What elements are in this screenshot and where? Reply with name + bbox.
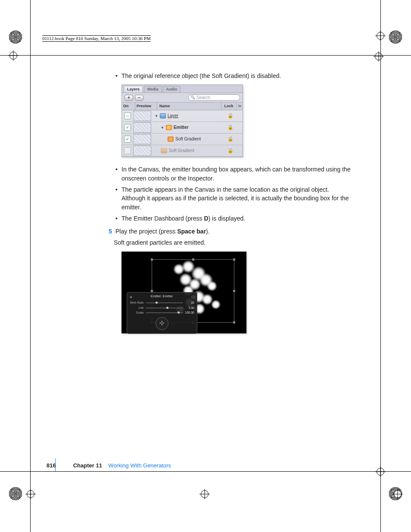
hud-slider[interactable] bbox=[146, 302, 183, 303]
disclosure-triangle-icon[interactable]: ▼ bbox=[161, 125, 164, 131]
col-name: Name bbox=[157, 103, 221, 110]
col-on: On bbox=[122, 103, 135, 110]
hud-value: 100.00 bbox=[185, 311, 194, 315]
crop-mark bbox=[9, 52, 17, 59]
tab-layers[interactable]: Layers bbox=[124, 86, 143, 93]
registration-mark bbox=[9, 30, 22, 44]
row-name: Layer bbox=[168, 113, 178, 119]
registration-mark bbox=[9, 487, 22, 501]
running-header-text: 01112.book Page 816 Sunday, March 13, 20… bbox=[42, 35, 151, 42]
emitter-dashboard[interactable]: ⊗ Emitter: Emitter ⓘ Birth Rate: 20 Life… bbox=[127, 292, 197, 334]
registration-mark bbox=[389, 30, 402, 44]
table-row[interactable]: Soft Gradient 🔒 bbox=[122, 134, 243, 145]
on-checkbox[interactable] bbox=[124, 112, 131, 119]
bullet-item: The particle appears in the Canvas in th… bbox=[121, 185, 353, 212]
running-header: 01112.book Page 816 Sunday, March 13, 20… bbox=[42, 35, 151, 42]
on-checkbox[interactable] bbox=[124, 124, 131, 131]
crop-mark bbox=[375, 53, 383, 60]
on-checkbox[interactable] bbox=[124, 136, 131, 143]
emitter-icon bbox=[166, 125, 172, 130]
hud-value: 20 bbox=[185, 301, 194, 305]
step-number: 5 bbox=[103, 227, 112, 236]
page-content: The original reference object (the Soft … bbox=[114, 72, 353, 333]
row-name: Soft Gradient bbox=[169, 148, 194, 154]
col-lock: Lock bbox=[221, 103, 236, 110]
step-text: Play the project (press Space bar). bbox=[115, 227, 210, 236]
preview-thumb bbox=[133, 146, 151, 156]
crop-line bbox=[0, 55, 411, 56]
tab-media[interactable]: Media bbox=[144, 86, 162, 93]
layer-icon bbox=[160, 113, 166, 118]
table-row[interactable]: ▼Emitter 🔒 bbox=[122, 122, 243, 134]
gradient-icon bbox=[168, 137, 174, 142]
preview-thumb bbox=[133, 134, 151, 144]
hud-row: Birth Rate: 20 bbox=[130, 301, 194, 305]
crop-mark bbox=[27, 490, 34, 498]
search-icon: 🔍 bbox=[190, 95, 195, 100]
hud-label: Life: bbox=[130, 306, 144, 310]
preview-thumb bbox=[133, 111, 151, 121]
hud-label: Birth Rate: bbox=[130, 301, 144, 305]
table-row[interactable]: ▼Layer 🔒 bbox=[122, 110, 243, 122]
bullet-item: The Emitter Dashboard (press D) is displ… bbox=[121, 214, 353, 223]
hud-row: Scale: 100.00 bbox=[130, 311, 194, 315]
column-headers: On Preview Name Lock ≫ bbox=[122, 103, 243, 110]
body-text: Soft gradient particles are emitted. bbox=[114, 238, 353, 247]
layers-panel: Layers Media Audio + – 🔍 Search On Previ… bbox=[121, 84, 243, 157]
add-button[interactable]: + bbox=[125, 95, 133, 101]
lock-icon[interactable]: 🔒 bbox=[224, 147, 237, 154]
crop-mark bbox=[394, 490, 402, 498]
emission-wheel[interactable] bbox=[156, 317, 168, 330]
bullet-item: In the Canvas, the emitter bounding box … bbox=[121, 165, 353, 183]
lock-icon[interactable]: 🔒 bbox=[224, 124, 237, 131]
info-icon[interactable]: ⓘ bbox=[191, 295, 194, 299]
table-row[interactable]: Soft Gradient 🔒 bbox=[122, 145, 243, 157]
hud-value: 5.00 bbox=[185, 306, 194, 310]
lock-icon[interactable]: 🔒 bbox=[224, 112, 237, 119]
hud-label: Scale: bbox=[130, 311, 144, 315]
remove-button[interactable]: – bbox=[135, 95, 143, 101]
search-placeholder: Search bbox=[196, 95, 210, 101]
canvas-screenshot: ⊗ Emitter: Emitter ⓘ Birth Rate: 20 Life… bbox=[121, 252, 246, 333]
crop-mark bbox=[201, 490, 209, 498]
crop-line bbox=[380, 0, 381, 532]
page-number: 816 bbox=[47, 462, 56, 469]
hud-slider[interactable] bbox=[146, 312, 183, 313]
hud-row: Life: 5.00 bbox=[130, 306, 194, 310]
row-name: Soft Gradient bbox=[175, 136, 201, 143]
hud-title: Emitter: Emitter bbox=[151, 294, 173, 299]
hud-slider[interactable] bbox=[146, 308, 183, 308]
tab-audio[interactable]: Audio bbox=[163, 86, 181, 93]
on-checkbox[interactable] bbox=[124, 147, 131, 154]
preview-thumb bbox=[133, 122, 151, 133]
crop-line bbox=[30, 0, 31, 532]
crop-line bbox=[0, 471, 411, 472]
chapter-label: Chapter 11 bbox=[73, 462, 102, 469]
disclosure-triangle-icon[interactable]: ▼ bbox=[155, 114, 158, 119]
col-expand: ≫ bbox=[236, 103, 243, 110]
image-icon bbox=[161, 148, 167, 153]
bullet-item: The original reference object (the Soft … bbox=[121, 72, 353, 80]
col-preview: Preview bbox=[135, 103, 157, 110]
row-name: Emitter bbox=[174, 124, 188, 131]
close-icon[interactable]: ⊗ bbox=[130, 295, 132, 299]
page-footer: 816 Chapter 11 Working With Generators bbox=[47, 462, 171, 469]
chapter-title: Working With Generators bbox=[108, 462, 171, 469]
lock-icon[interactable]: 🔒 bbox=[224, 136, 237, 143]
search-input[interactable]: 🔍 Search bbox=[188, 94, 240, 101]
